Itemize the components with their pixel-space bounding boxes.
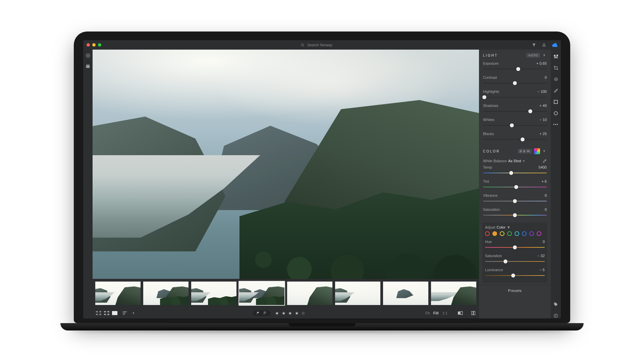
laptop-camera — [321, 35, 323, 38]
zoom-group: Fit Fill 1:1 — [424, 311, 449, 315]
crop-icon[interactable] — [553, 65, 558, 70]
mix-sat-label: Saturation — [485, 254, 502, 258]
filmstrip-thumb[interactable] — [95, 281, 141, 306]
adjust-label: Adjust — [485, 225, 495, 229]
svg-rect-15 — [474, 311, 475, 315]
chevron-down-icon: ▼ — [522, 160, 525, 163]
brush-icon[interactable] — [553, 88, 558, 93]
shadows-value: + 49 — [539, 104, 547, 108]
hue-label: Hue — [485, 240, 492, 244]
flag-picked-icon[interactable] — [256, 311, 260, 315]
zoom-fit[interactable]: Fit — [425, 311, 429, 315]
zoom-1to1[interactable]: 1:1 — [442, 311, 447, 315]
filter-icon[interactable] — [532, 43, 536, 47]
mix-sat-slider[interactable] — [485, 259, 545, 264]
temp-value: 5400 — [539, 165, 547, 169]
exposure-slider[interactable] — [483, 66, 547, 72]
luminance-slider[interactable] — [485, 273, 545, 278]
vibrance-slider[interactable] — [483, 198, 547, 204]
healing-icon[interactable] — [553, 76, 558, 82]
hue-slider[interactable] — [485, 245, 545, 250]
color-header[interactable]: COLOR B & W ▼ — [479, 145, 551, 157]
window-controls — [87, 43, 101, 47]
before-after-icon[interactable] — [458, 311, 463, 315]
laptop-mockup: Search Norway — [74, 32, 570, 330]
zoom-fill[interactable]: Fill — [433, 311, 439, 315]
color-swatch[interactable] — [529, 231, 534, 236]
edit-sliders-icon[interactable] — [553, 54, 558, 59]
info-icon[interactable] — [553, 313, 558, 318]
auto-button[interactable]: AUTO — [526, 53, 540, 58]
color-swatch[interactable] — [492, 231, 497, 236]
cloud-sync-icon[interactable] — [552, 43, 557, 47]
close-window-button[interactable] — [87, 43, 90, 47]
svg-rect-8 — [86, 65, 90, 65]
library-icon[interactable] — [86, 64, 90, 69]
tag-icon[interactable] — [553, 302, 558, 307]
main-photo-viewport[interactable] — [93, 50, 479, 279]
filmstrip-thumb[interactable] — [430, 281, 477, 306]
whites-slider[interactable] — [483, 123, 547, 128]
light-title: LIGHT — [483, 54, 498, 57]
filmstrip-thumb[interactable] — [238, 281, 285, 306]
svg-point-21 — [557, 55, 558, 56]
zoom-window-button[interactable] — [98, 43, 101, 47]
highlights-label: Highlights — [483, 89, 499, 94]
app-window: Search Norway — [83, 40, 561, 318]
color-swatch[interactable] — [500, 231, 504, 236]
rating-stars[interactable]: ★ ★ ★ ★ ☆ — [275, 311, 306, 316]
color-swatch[interactable] — [515, 231, 519, 236]
presets-button[interactable]: Presets — [479, 285, 551, 296]
contrast-label: Contrast — [483, 75, 497, 79]
flag-rejected-icon[interactable] — [263, 311, 267, 315]
color-swatch[interactable] — [485, 231, 490, 236]
color-swatch[interactable] — [537, 231, 541, 236]
tint-value: + 6 — [541, 179, 547, 183]
filmstrip-thumb[interactable] — [143, 281, 189, 306]
minimize-window-button[interactable] — [92, 43, 96, 47]
highlights-slider[interactable] — [483, 95, 547, 100]
grid-large-icon[interactable] — [104, 311, 109, 315]
whites-label: Whites — [483, 118, 494, 122]
luminance-value: − 5 — [539, 268, 545, 272]
svg-point-0 — [301, 44, 303, 46]
filmstrip-thumb[interactable] — [286, 281, 333, 306]
shadows-slider[interactable] — [483, 109, 547, 114]
single-view-icon[interactable] — [112, 311, 117, 315]
svg-point-19 — [554, 55, 555, 56]
wb-label: White Balance — [483, 159, 507, 163]
radial-gradient-icon[interactable] — [553, 111, 558, 116]
blacks-slider[interactable] — [483, 137, 547, 142]
temp-label: Temp — [483, 165, 492, 169]
laptop-base — [60, 323, 584, 330]
more-icon[interactable]: ••• — [553, 122, 558, 127]
contrast-slider[interactable] — [483, 80, 547, 86]
white-balance-row[interactable]: White Balance As Shot ▼ — [479, 157, 551, 164]
title-bar: Search Norway — [83, 40, 561, 50]
filmstrip-thumb[interactable] — [191, 281, 237, 306]
saturation-slider[interactable] — [483, 213, 547, 218]
color-swatches — [485, 231, 545, 236]
add-photo-icon[interactable] — [86, 53, 91, 58]
shadows-label: Shadows — [483, 104, 498, 108]
color-wheel-icon[interactable] — [534, 148, 540, 154]
color-swatch[interactable] — [507, 231, 512, 236]
tint-slider[interactable] — [483, 184, 547, 190]
search-field[interactable]: Search Norway — [301, 43, 332, 47]
sort-icon[interactable] — [122, 311, 127, 315]
color-swatch[interactable] — [522, 231, 527, 236]
compare-icon[interactable] — [471, 311, 476, 315]
adjust-header[interactable]: Adjust Color ▼ — [485, 225, 545, 229]
temp-slider[interactable] — [483, 170, 547, 176]
filmstrip-thumb[interactable] — [334, 281, 381, 306]
bw-button[interactable]: B & W — [518, 149, 532, 154]
filmstrip-thumb[interactable] — [382, 281, 429, 306]
grid-small-icon[interactable] — [96, 311, 101, 315]
vibrance-label: Vibrance — [483, 193, 497, 197]
share-icon[interactable] — [542, 43, 546, 47]
light-header[interactable]: LIGHT AUTO ▼ — [479, 50, 551, 60]
eyedropper-icon[interactable] — [543, 159, 547, 163]
linear-gradient-icon[interactable] — [553, 99, 558, 105]
chevron-down-icon[interactable]: ▼ — [132, 312, 135, 315]
svg-point-25 — [555, 303, 555, 304]
